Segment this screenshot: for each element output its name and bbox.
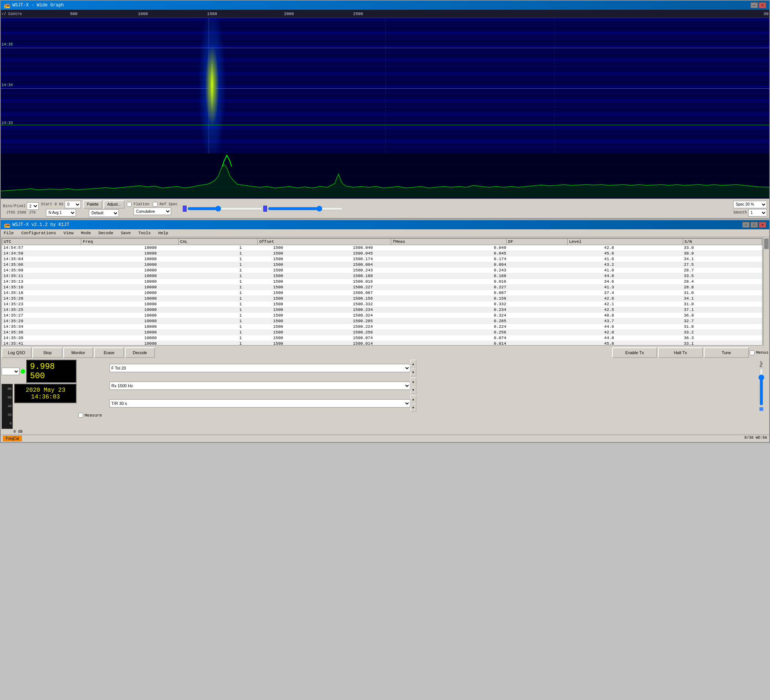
- close-button[interactable]: ✕: [759, 2, 766, 8]
- table-row[interactable]: 14:35:0910000115001500.2430.24341.028.7: [2, 268, 762, 273]
- tr-up-button[interactable]: ▲: [410, 395, 416, 403]
- minimize-button[interactable]: —: [751, 2, 758, 8]
- table-row[interactable]: 14:35:0410000115001500.1740.17441.634.1: [2, 256, 762, 262]
- measure-checkbox[interactable]: [78, 413, 83, 418]
- smooth-select[interactable]: 123: [748, 209, 767, 216]
- buttons-row: Log QSO Stop Monitor Erase Decode Enable…: [1, 346, 769, 359]
- palette-default-select[interactable]: Default: [89, 210, 119, 217]
- palette-button[interactable]: Palette: [83, 200, 102, 209]
- ref-spec-checkbox[interactable]: [153, 202, 158, 207]
- menu-view[interactable]: View: [62, 230, 75, 236]
- smooth-label: Smooth: [733, 211, 747, 215]
- col-level: Level: [567, 239, 683, 245]
- pwr-indicator: [759, 407, 763, 411]
- table-row[interactable]: 14:35:1810000115001500.0870.08737.431.0: [2, 290, 762, 296]
- table-row[interactable]: 14:35:1310000115001500.0160.01634.628.4: [2, 279, 762, 285]
- ftol-down-button[interactable]: ▼: [410, 368, 416, 376]
- wsjt-icon: 📻: [4, 2, 10, 9]
- slider-right[interactable]: [268, 206, 343, 212]
- freq-tick-1500: 1500: [207, 12, 217, 16]
- menu-tools[interactable]: Tools: [137, 230, 152, 236]
- bins-pixel-select[interactable]: 214: [27, 202, 39, 210]
- freqcal-button[interactable]: FreqCal: [3, 436, 22, 441]
- table-row[interactable]: 14:35:3410000115001500.2240.22444.631.8: [2, 324, 762, 330]
- wide-graph-title: WSJT-X - Wide Graph: [13, 3, 64, 8]
- table-row[interactable]: 14:35:1110000115001500.1880.18844.033.5: [2, 273, 762, 279]
- status-bar: FreqCal 0/30 WD:5m: [1, 435, 769, 442]
- tr-combo[interactable]: T/R 30 sT/R 15 sT/R 60 s: [110, 399, 410, 408]
- time-display: 14:36:03: [19, 394, 72, 400]
- freq-tick-2500: 2500: [353, 12, 363, 16]
- stop-button[interactable]: Stop: [32, 347, 62, 358]
- slider-left[interactable]: [187, 206, 262, 212]
- col-fmeas: fMeas: [391, 239, 507, 245]
- spectrum-area: [1, 153, 769, 198]
- measure-row: Measure: [78, 413, 416, 418]
- main-titlebar: 📻 WSJT-X v2.1.2 by K1JT — □ ✕: [1, 220, 769, 229]
- table-container: UTC Freq CAL Offset fMeas DF Level S/N 1…: [1, 237, 769, 346]
- adjust-button[interactable]: Adjust...: [104, 200, 125, 209]
- rx-down-button[interactable]: ▼: [410, 386, 416, 394]
- enable-tx-button[interactable]: Enable Tx: [612, 347, 657, 358]
- tr-row: T/R 30 sT/R 15 sT/R 60 s ▲ ▼: [78, 395, 416, 412]
- spec-select[interactable]: Spec 30 %Spec 50 %: [733, 201, 767, 208]
- frequency-scale: ✓/ Contro 500 1000 1500 2000 2500 30: [1, 10, 769, 18]
- table-scroll[interactable]: 14:54:5710000115001500.0400.04042.833.01…: [2, 245, 762, 345]
- tr-down-button[interactable]: ▼: [410, 403, 416, 412]
- start-hz-label: Start 0 Hz: [41, 202, 63, 206]
- flatten-checkbox[interactable]: [127, 202, 132, 207]
- table-row[interactable]: 14:35:0610000115001500.0940.09443.227.5: [2, 262, 762, 268]
- table-row[interactable]: 14:35:2010000115001500.1560.15642.634.1: [2, 296, 762, 302]
- ftol-row: F Tol 20F Tol 10F Tol 50 ▲ ▼: [78, 360, 416, 376]
- col-utc: UTC: [2, 239, 81, 245]
- decode-button[interactable]: Decode: [125, 347, 155, 358]
- rx-row: Rx 1500 HzRx 1200 Hz ▲ ▼: [78, 377, 416, 394]
- spacer: [418, 360, 756, 434]
- scrollbar[interactable]: [763, 237, 769, 346]
- main-close-button[interactable]: ✕: [759, 222, 766, 228]
- freq-tick-1000: 1000: [138, 12, 148, 16]
- control-label: ✓/ Contro: [2, 12, 22, 16]
- main-minimize-button[interactable]: —: [742, 222, 750, 228]
- rx-combo[interactable]: Rx 1500 HzRx 1200 Hz: [110, 382, 410, 390]
- erase-button[interactable]: Erase: [94, 347, 124, 358]
- menu-help[interactable]: Help: [157, 230, 170, 236]
- log-qso-button[interactable]: Log QSO: [2, 347, 32, 358]
- menu-configurations[interactable]: Configurations: [19, 230, 57, 236]
- main-restore-button[interactable]: □: [751, 222, 758, 228]
- table-row[interactable]: 14:54:5710000115001500.0400.04042.833.0: [2, 245, 762, 251]
- menu-decode[interactable]: Decode: [97, 230, 115, 236]
- table-row[interactable]: 14:35:2510000115001500.2340.23442.537.1: [2, 307, 762, 313]
- tune-button[interactable]: Tune: [704, 347, 749, 358]
- ftol-combo[interactable]: F Tol 20F Tol 10F Tol 50: [110, 364, 410, 372]
- table-row[interactable]: 14:35:2310000115001500.3320.33242.131.0: [2, 302, 762, 307]
- pwr-label: Pwr: [759, 360, 764, 368]
- rx-up-button[interactable]: ▲: [410, 377, 416, 386]
- cumulative-select[interactable]: Cumulative: [134, 208, 171, 215]
- menu-save[interactable]: Save: [119, 230, 132, 236]
- table-row[interactable]: 14:35:2710000115001500.3240.32440.836.9: [2, 313, 762, 318]
- menus-checkbox[interactable]: [750, 350, 755, 355]
- table-row[interactable]: 14:34:5910000115001500.0450.04545.630.9: [2, 251, 762, 256]
- freq-tick-500: 500: [70, 12, 78, 16]
- start-hz-select[interactable]: 0100200: [65, 201, 81, 208]
- navg-select[interactable]: N Avg 1N Avg 2: [46, 209, 76, 216]
- menu-mode[interactable]: Mode: [79, 230, 92, 236]
- mode-combo[interactable]: [2, 368, 19, 375]
- menu-file[interactable]: File: [2, 230, 15, 236]
- waterfall-display[interactable]: 14:35 14:34 14:33: [1, 18, 769, 198]
- waterfall-canvas: 14:35 14:34 14:33: [1, 18, 769, 153]
- table-row[interactable]: 14:35:3610000115001500.2560.25642.033.2: [2, 330, 762, 335]
- pwr-slider[interactable]: [757, 368, 765, 406]
- slider-marker-left[interactable]: [183, 206, 186, 212]
- table-row[interactable]: 14:35:4110000115001500.0140.01445.833.1: [2, 341, 762, 345]
- table-row[interactable]: 14:35:3910000115001500.0740.07444.836.3: [2, 335, 762, 341]
- slider-marker-right[interactable]: [263, 206, 267, 212]
- monitor-button[interactable]: Monitor: [63, 347, 93, 358]
- table-row[interactable]: 14:35:1610000115001500.2270.22741.328.8: [2, 285, 762, 290]
- ftol-up-button[interactable]: ▲: [410, 360, 416, 368]
- halt-tx-button[interactable]: Halt Tx: [658, 347, 703, 358]
- time-label-1434: 14:34: [2, 83, 13, 87]
- table-row[interactable]: 14:35:2910000115001500.2850.28543.732.7: [2, 318, 762, 324]
- data-table-wrapper: UTC Freq CAL Offset fMeas DF Level S/N 1…: [2, 238, 762, 345]
